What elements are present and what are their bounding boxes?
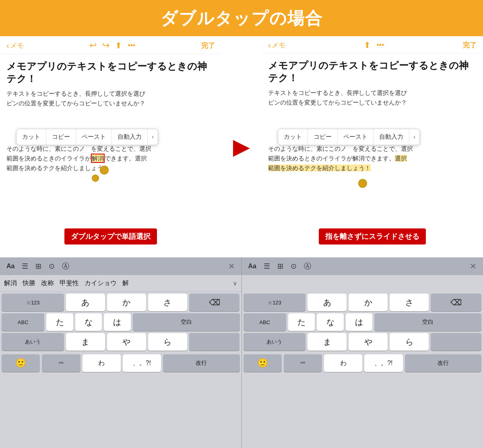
more-icon-right[interactable]: ••• xyxy=(376,41,384,49)
circle-a-icon-right[interactable]: Ⓐ xyxy=(304,261,311,271)
selected-range-start: 選択 xyxy=(395,155,407,162)
key-symbol-left[interactable]: ☆123 xyxy=(2,294,64,311)
key-wa-right[interactable]: わ xyxy=(324,354,362,372)
key-return-right[interactable]: 改行 xyxy=(405,354,482,372)
more-arrow-r[interactable]: › xyxy=(409,129,419,145)
left-keyboard: Aa ☰ ⊞ ⊙ Ⓐ ✕ 解消 快勝 改称 甲斐性 カイショウ 解 ∨ xyxy=(0,257,242,448)
key-ka-r[interactable]: か xyxy=(349,294,388,311)
header: ダブルタップの場合 xyxy=(0,0,483,36)
key-backspace-left[interactable]: ⌫ xyxy=(189,294,240,311)
kb-row-r2: ABC た な は 空白 xyxy=(244,313,482,331)
chevron-icon-right: ‹ xyxy=(268,41,271,50)
pred-4[interactable]: 甲斐性 xyxy=(60,279,79,288)
key-ka[interactable]: か xyxy=(107,294,146,311)
right-back-button[interactable]: ‹ メモ xyxy=(268,41,285,50)
left-done-button[interactable]: 完了 xyxy=(201,41,215,50)
kb-row-r1: ☆123 あ か さ ⌫ xyxy=(244,294,482,311)
left-line3: そのような時に、素にこのノ を変えることで、選択 xyxy=(6,144,215,154)
list-icon-right[interactable]: ☰ xyxy=(264,262,270,271)
key-a[interactable]: あ xyxy=(66,294,105,311)
circle-a-icon-left[interactable]: Ⓐ xyxy=(62,261,69,271)
key-wa-left[interactable]: わ xyxy=(83,354,121,372)
camera-icon-left[interactable]: ⊙ xyxy=(49,262,55,271)
key-kana2-right[interactable]: ^^ xyxy=(284,354,322,372)
right-keyboard: Aa ☰ ⊞ ⊙ Ⓐ ✕ ☆123 あ か さ ⌫ xyxy=(242,257,483,448)
key-ya-r[interactable]: や xyxy=(349,333,388,351)
key-na-r[interactable]: な xyxy=(317,313,343,331)
key-punct-left[interactable]: 、。?! xyxy=(123,354,161,372)
key-sa-r[interactable]: さ xyxy=(390,294,429,311)
autofill-button[interactable]: 自動入力 xyxy=(112,129,148,145)
close-icon-left[interactable]: ✕ xyxy=(228,261,235,271)
right-done-button[interactable]: 完了 xyxy=(463,41,477,50)
key-ma[interactable]: ま xyxy=(66,333,105,351)
left-prediction-bar: 解消 快勝 改称 甲斐性 カイショウ 解 ∨ xyxy=(0,275,242,292)
key-ta-r[interactable]: た xyxy=(288,313,315,331)
camera-icon-right[interactable]: ⊙ xyxy=(291,262,297,271)
more-arrow[interactable]: › xyxy=(148,129,158,145)
right-body-overflow: そのような時に、素にこのノ を変えることで、選択 範囲を決めるときのイライラが解… xyxy=(268,144,477,173)
left-line5: 範囲を決めるテクを紹介しましょう！ xyxy=(6,163,215,173)
pred-6[interactable]: 解 xyxy=(122,279,129,288)
more-icon[interactable]: ••• xyxy=(128,41,135,50)
key-a-r[interactable]: あ xyxy=(308,294,347,311)
close-icon-right[interactable]: ✕ xyxy=(470,261,477,271)
kb-row-r3: あいう ま や ら xyxy=(244,333,482,351)
left-nav-bar: ‹ メモ ↩ ↪ ⬆ ••• 完了 xyxy=(0,36,221,54)
left-bottom-row: 🙂 ^^ わ 、。?! 改行 xyxy=(0,353,242,374)
key-return-left[interactable]: 改行 xyxy=(163,354,240,372)
key-ha-r[interactable]: は xyxy=(346,313,372,331)
key-space-left[interactable]: 空白 xyxy=(133,313,240,331)
pred-2[interactable]: 快勝 xyxy=(23,279,35,288)
paste-button[interactable]: ペースト xyxy=(76,129,112,145)
share-icon[interactable]: ⬆ xyxy=(115,41,122,50)
key-ya[interactable]: や xyxy=(107,333,146,351)
key-kana-left[interactable]: あいう xyxy=(2,333,64,351)
list-icon-left[interactable]: ☰ xyxy=(22,262,28,271)
key-kana-right[interactable]: あいう xyxy=(244,333,306,351)
key-ha[interactable]: は xyxy=(104,313,130,331)
key-space-right[interactable]: 空白 xyxy=(374,313,481,331)
left-note-body: テキストをコピーするとき、長押しして選択を選び ピンの位置を変更してからコピーし… xyxy=(6,89,215,108)
copy-button[interactable]: コピー xyxy=(46,129,76,145)
key-abc-right[interactable]: ABC xyxy=(244,313,286,331)
right-nav-bar: ‹ メモ ⬆ ••• 完了 xyxy=(262,36,483,53)
page-title: ダブルタップの場合 xyxy=(0,7,483,30)
undo-icon[interactable]: ↩ xyxy=(89,40,97,51)
left-back-label: メモ xyxy=(10,41,24,50)
pred-5[interactable]: カイショウ xyxy=(85,279,117,288)
autofill-button-r[interactable]: 自動入力 xyxy=(374,129,409,145)
pred-3[interactable]: 改称 xyxy=(41,279,54,288)
key-na[interactable]: な xyxy=(75,313,102,331)
key-punct-right[interactable]: 、。?! xyxy=(364,354,402,372)
cut-button[interactable]: カット xyxy=(17,129,46,145)
left-back-button[interactable]: ‹ メモ xyxy=(6,41,24,50)
copy-button-r[interactable]: コピー xyxy=(308,129,338,145)
left-nav-icons: ↩ ↪ ⬆ ••• xyxy=(89,40,135,51)
key-abc-left[interactable]: ABC xyxy=(2,313,44,331)
key-ra[interactable]: ら xyxy=(148,333,187,351)
key-sa[interactable]: さ xyxy=(148,294,187,311)
key-backspace-right[interactable]: ⌫ xyxy=(431,294,481,311)
key-symbol-right[interactable]: ☆123 xyxy=(244,294,306,311)
right-arrow-icon: ► xyxy=(227,133,255,161)
key-kana2-left[interactable]: ^^ xyxy=(42,354,80,372)
redo-icon[interactable]: ↪ xyxy=(102,40,109,51)
grid-icon-left[interactable]: ⊞ xyxy=(35,262,41,271)
right-note-body: テキストをコピーするとき、長押しして選択を選び ピンの位置を変更してからコピーし… xyxy=(268,88,477,107)
key-emoji-left[interactable]: 🙂 xyxy=(2,354,40,372)
cut-button-r[interactable]: カット xyxy=(278,129,308,145)
pred-1[interactable]: 解消 xyxy=(4,279,17,288)
aa-label-right[interactable]: Aa xyxy=(248,263,256,270)
key-ra-r[interactable]: ら xyxy=(390,333,429,351)
prediction-expand[interactable]: ∨ xyxy=(233,279,237,287)
aa-label-left[interactable]: Aa xyxy=(6,263,14,270)
key-ma-r[interactable]: ま xyxy=(308,333,347,351)
right-label: 指を離さずにスライドさせる xyxy=(319,228,426,245)
key-emoji-right[interactable]: 🙂 xyxy=(244,354,282,372)
grid-icon-right[interactable]: ⊞ xyxy=(277,262,283,271)
share-icon-right[interactable]: ⬆ xyxy=(364,40,371,50)
chevron-icon: ‹ xyxy=(6,41,9,50)
paste-button-r[interactable]: ペースト xyxy=(338,129,374,145)
key-ta[interactable]: た xyxy=(46,313,73,331)
